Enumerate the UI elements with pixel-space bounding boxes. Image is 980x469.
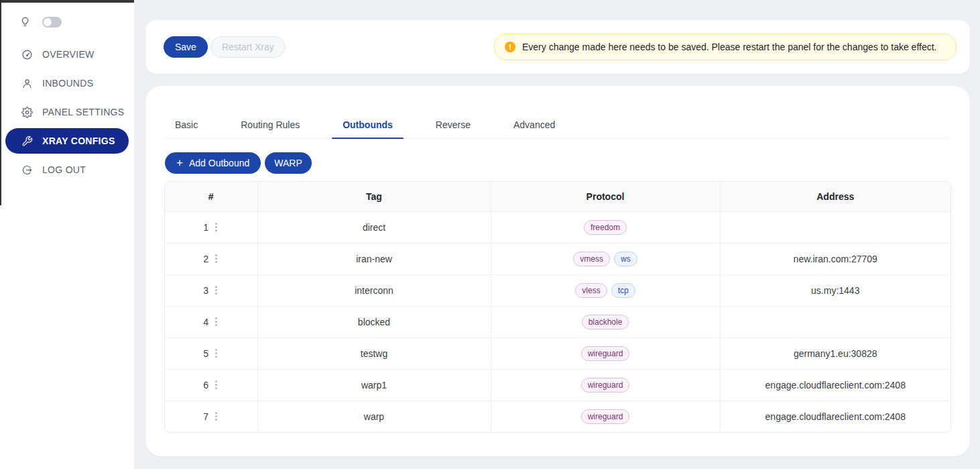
row-menu-icon[interactable] bbox=[214, 379, 219, 390]
warp-button[interactable]: WARP bbox=[265, 152, 311, 174]
row-number: 4 bbox=[203, 317, 208, 327]
logout-icon bbox=[21, 164, 33, 176]
address-cell: engage.cloudflareclient.com:2408 bbox=[720, 401, 951, 432]
window-edge-left bbox=[0, 0, 1, 205]
row-number-cell: 3 bbox=[165, 274, 257, 306]
row-menu-icon[interactable] bbox=[214, 284, 219, 296]
tag-cell: warp bbox=[257, 401, 491, 432]
row-number: 1 bbox=[203, 222, 208, 233]
tag-cell: testwg bbox=[257, 337, 491, 369]
address-cell: us.my:1443 bbox=[720, 274, 951, 306]
tag-cell: iran-new bbox=[257, 243, 491, 274]
table-header-row: #TagProtocolAddress bbox=[165, 182, 951, 211]
outbounds-table: #TagProtocolAddress 1 direct freedom 2 i… bbox=[164, 181, 951, 433]
row-number-cell: 6 bbox=[165, 369, 257, 401]
table-row: 3 interconn vlesstcp us.my:1443 bbox=[165, 274, 951, 306]
protocol-cell: vlesstcp bbox=[491, 274, 720, 306]
dashboard-icon bbox=[21, 49, 33, 60]
row-number-cell: 1 bbox=[165, 211, 257, 243]
row-number: 7 bbox=[203, 411, 208, 422]
protocol-badge: wireguard bbox=[581, 378, 630, 393]
row-number: 3 bbox=[203, 285, 208, 296]
protocol-cell: vmessws bbox=[491, 243, 720, 274]
tag-cell: blocked bbox=[257, 306, 491, 337]
protocol-badge: vless bbox=[575, 283, 607, 298]
xray-configs-card: BasicRouting RulesOutboundsReverseAdvanc… bbox=[145, 86, 970, 456]
row-number-cell: 2 bbox=[165, 243, 257, 274]
protocol-badge: vmess bbox=[573, 252, 610, 266]
protocol-badge: wireguard bbox=[581, 409, 630, 424]
row-number: 5 bbox=[203, 348, 208, 359]
row-menu-icon[interactable] bbox=[214, 316, 219, 327]
tab-basic[interactable]: Basic bbox=[164, 111, 208, 138]
window-edge-top bbox=[0, 0, 134, 3]
row-menu-icon[interactable] bbox=[214, 253, 219, 264]
sidebar-item-overview[interactable]: OVERVIEW bbox=[5, 42, 129, 67]
sidebar-item-label: INBOUNDS bbox=[42, 78, 93, 89]
plus-icon: + bbox=[176, 157, 183, 168]
sidebar-item-label: XRAY CONFIGS bbox=[42, 136, 115, 146]
tab-label: Advanced bbox=[513, 119, 555, 130]
address-cell: new.iran.com:27709 bbox=[720, 243, 951, 274]
protocol-badge: blackhole bbox=[582, 315, 629, 329]
tab-advanced[interactable]: Advanced bbox=[503, 111, 566, 138]
sidebar-nav: OVERVIEW INBOUNDS PANEL SETTINGS XRAY CO… bbox=[0, 38, 134, 186]
tab-outbounds[interactable]: Outbounds bbox=[332, 111, 404, 138]
protocol-badge: ws bbox=[614, 252, 637, 266]
row-menu-icon[interactable] bbox=[214, 221, 219, 233]
gear-icon bbox=[21, 107, 33, 118]
add-outbound-label: Add Outbound bbox=[189, 158, 249, 168]
column-header: Address bbox=[720, 182, 951, 211]
column-header: Tag bbox=[257, 182, 491, 211]
toggle-knob bbox=[44, 18, 52, 26]
tab-label: Routing Rules bbox=[241, 119, 300, 130]
row-menu-icon[interactable] bbox=[214, 348, 219, 359]
user-icon bbox=[21, 78, 33, 89]
tab-bar: BasicRouting RulesOutboundsReverseAdvanc… bbox=[164, 111, 951, 139]
protocol-cell: freedom bbox=[491, 211, 720, 243]
warning-text: Every change made here needs to be saved… bbox=[522, 42, 936, 52]
row-number: 2 bbox=[203, 254, 208, 264]
sidebar-item-panel-settings[interactable]: PANEL SETTINGS bbox=[5, 99, 129, 125]
tag-cell: warp1 bbox=[257, 369, 491, 401]
tag-cell: direct bbox=[257, 211, 491, 243]
tab-reverse[interactable]: Reverse bbox=[425, 111, 481, 138]
sidebar-item-label: PANEL SETTINGS bbox=[42, 107, 124, 117]
row-number-cell: 4 bbox=[165, 306, 257, 337]
tab-label: Outbounds bbox=[343, 119, 393, 130]
lightbulb-icon bbox=[19, 16, 31, 28]
protocol-cell: wireguard bbox=[491, 369, 720, 401]
protocol-cell: wireguard bbox=[491, 401, 720, 432]
row-number-cell: 5 bbox=[165, 337, 257, 369]
sidebar-item-label: OVERVIEW bbox=[42, 49, 95, 60]
add-outbound-button[interactable]: + Add Outbound bbox=[165, 152, 261, 174]
warning-alert: ! Every change made here needs to be sav… bbox=[494, 34, 957, 60]
sidebar-item-xray-configs[interactable]: XRAY CONFIGS bbox=[5, 128, 129, 154]
row-number: 6 bbox=[203, 380, 208, 390]
tab-label: Reverse bbox=[436, 119, 471, 130]
row-number-cell: 7 bbox=[165, 401, 257, 432]
row-menu-icon[interactable] bbox=[214, 411, 219, 422]
protocol-badge: tcp bbox=[611, 283, 635, 298]
restart-xray-button[interactable]: Restart Xray bbox=[210, 36, 286, 58]
protocol-cell: wireguard bbox=[491, 337, 720, 369]
table-row: 1 direct freedom bbox=[165, 211, 951, 243]
wrench-icon bbox=[21, 136, 33, 147]
address-cell bbox=[720, 306, 951, 337]
tag-cell: interconn bbox=[257, 274, 491, 306]
tab-routing-rules[interactable]: Routing Rules bbox=[230, 111, 310, 138]
protocol-cell: blackhole bbox=[491, 306, 720, 337]
save-button[interactable]: Save bbox=[164, 36, 208, 58]
table-row: 2 iran-new vmessws new.iran.com:27709 bbox=[165, 243, 951, 274]
table-row: 7 warp wireguard engage.cloudflareclient… bbox=[165, 401, 951, 432]
dark-mode-toggle[interactable] bbox=[42, 17, 62, 28]
column-header: Protocol bbox=[491, 182, 720, 211]
sidebar-item-log-out[interactable]: LOG OUT bbox=[5, 157, 129, 183]
address-cell: engage.cloudflareclient.com:2408 bbox=[720, 369, 951, 401]
sidebar-item-inbounds[interactable]: INBOUNDS bbox=[5, 70, 129, 96]
column-header: # bbox=[165, 182, 257, 211]
save-toolbar-card: Save Restart Xray ! Every change made he… bbox=[145, 20, 970, 74]
sidebar: OVERVIEW INBOUNDS PANEL SETTINGS XRAY CO… bbox=[0, 0, 134, 469]
protocol-badge: freedom bbox=[584, 220, 627, 235]
address-cell: germany1.eu:30828 bbox=[720, 337, 951, 369]
